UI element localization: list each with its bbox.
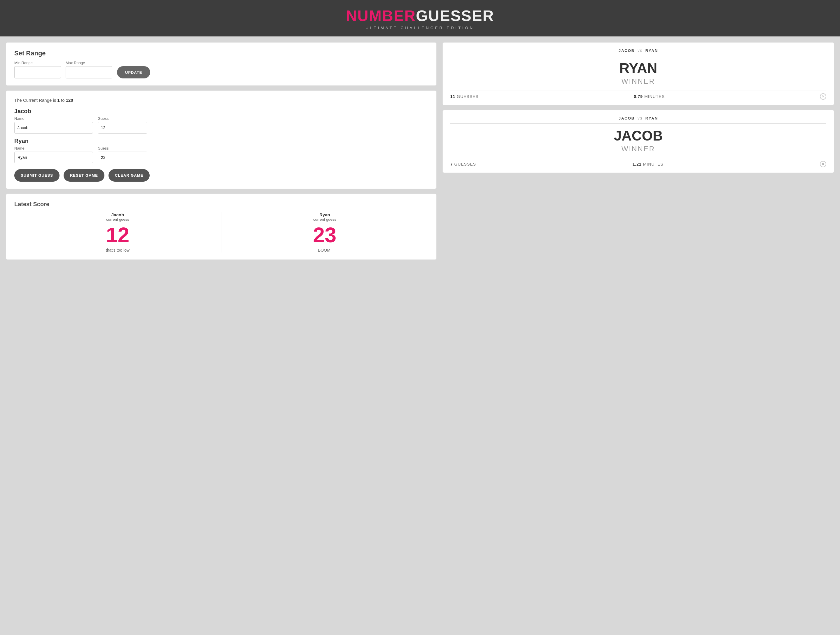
result-vs-line-1: JACOB VS RYAN xyxy=(450,116,826,120)
left-panel: Set Range Min Range Max Range UPDATE The… xyxy=(6,42,437,260)
player2-guess-group: Guess xyxy=(98,146,147,163)
min-range-group: Min Range xyxy=(14,61,61,79)
result-divider-top-1 xyxy=(450,123,826,124)
result-minutes-0: 0.79 MINUTES xyxy=(634,94,665,99)
reset-game-button[interactable]: RESET GAME xyxy=(63,169,104,182)
score-player2-label: current guess xyxy=(224,217,425,222)
player2-guess-label: Guess xyxy=(98,146,147,150)
current-range-text: The Current Range is 1 to 120 xyxy=(14,98,428,102)
player2-name-label: Name xyxy=(14,146,93,150)
score-player1-status: that's too low xyxy=(17,248,218,252)
submit-guess-button[interactable]: SUBMIT GUESS xyxy=(14,169,60,182)
min-range-label: Min Range xyxy=(14,61,61,65)
player1-name-group: Name xyxy=(14,116,93,134)
score-player2: Ryan current guess 23 BOOM! xyxy=(221,212,428,252)
max-range-label: Max Range xyxy=(66,61,112,65)
result-card-1: JACOB VS RYAN JACOB WINNER 7 GUESSES 1.2… xyxy=(442,110,834,173)
score-player2-number: 23 xyxy=(224,224,425,246)
result-winner-name-0: RYAN xyxy=(450,61,826,76)
title-number: NUMBER xyxy=(346,7,416,24)
player1-name-label: Name xyxy=(14,116,93,121)
result-winner-label-1: WINNER xyxy=(450,145,826,153)
player1-heading: Jacob xyxy=(14,108,428,115)
clear-game-button[interactable]: CLEAR GAME xyxy=(109,169,150,182)
result-player2-0: RYAN xyxy=(646,49,658,53)
player1-section: Jacob Name Guess xyxy=(14,108,428,134)
player1-guess-group: Guess xyxy=(98,116,147,134)
player1-guess-input[interactable] xyxy=(98,122,147,134)
score-player2-name: Ryan xyxy=(224,212,425,217)
min-range-input[interactable] xyxy=(14,66,61,79)
score-player1: Jacob current guess 12 that's too low xyxy=(14,212,221,252)
range-min: 1 xyxy=(57,98,60,102)
result-vs-line-0: JACOB VS RYAN xyxy=(450,49,826,53)
set-range-title: Set Range xyxy=(14,50,428,57)
score-player1-label: current guess xyxy=(17,217,218,222)
set-range-card: Set Range Min Range Max Range UPDATE xyxy=(6,42,437,86)
result-close-1[interactable]: ✕ xyxy=(820,161,826,167)
score-player2-status: BOOM! xyxy=(224,248,425,252)
right-panel: JACOB VS RYAN RYAN WINNER 11 GUESSES 0.7… xyxy=(442,42,834,173)
result-stats-0: 11 GUESSES 0.79 MINUTES ✕ xyxy=(450,93,826,100)
range-max: 120 xyxy=(66,98,73,102)
result-card-0: JACOB VS RYAN RYAN WINNER 11 GUESSES 0.7… xyxy=(442,42,834,105)
update-button[interactable]: UPDATE xyxy=(117,66,150,79)
result-close-0[interactable]: ✕ xyxy=(820,93,826,100)
buttons-row: SUBMIT GUESS RESET GAME CLEAR GAME xyxy=(14,169,428,182)
app-title: NUMBERGUESSER xyxy=(6,8,834,23)
player2-section: Ryan Name Guess xyxy=(14,138,428,163)
player2-name-group: Name xyxy=(14,146,93,163)
latest-score-title: Latest Score xyxy=(14,201,428,208)
player2-guess-input[interactable] xyxy=(98,151,147,163)
player2-name-input[interactable] xyxy=(14,151,93,163)
player2-fields: Name Guess xyxy=(14,146,428,163)
result-vs-0: VS xyxy=(638,49,643,52)
result-divider-bottom-0 xyxy=(450,90,826,90)
player1-name-input[interactable] xyxy=(14,122,93,134)
result-guesses-0: 11 GUESSES xyxy=(450,94,478,99)
player2-heading: Ryan xyxy=(14,138,428,144)
result-minutes-1: 1.21 MINUTES xyxy=(633,162,663,167)
player1-guess-label: Guess xyxy=(98,116,147,121)
result-player1-1: JACOB xyxy=(619,116,635,120)
score-row: Jacob current guess 12 that's too low Ry… xyxy=(14,212,428,252)
result-player1-0: JACOB xyxy=(619,49,635,53)
result-player2-1: RYAN xyxy=(646,116,658,120)
main-layout: Set Range Min Range Max Range UPDATE The… xyxy=(0,36,840,266)
score-player1-number: 12 xyxy=(17,224,218,246)
range-to: to xyxy=(60,98,66,102)
result-guesses-1: 7 GUESSES xyxy=(450,162,476,167)
max-range-group: Max Range xyxy=(66,61,112,79)
game-card: The Current Range is 1 to 120 Jacob Name… xyxy=(6,90,437,189)
result-vs-1: VS xyxy=(638,117,643,120)
header: NUMBERGUESSER ULTIMATE CHALLENGER EDITIO… xyxy=(0,0,840,36)
title-guesser: GUESSER xyxy=(416,7,494,24)
max-range-input[interactable] xyxy=(66,66,112,79)
result-winner-label-0: WINNER xyxy=(450,77,826,85)
latest-score-card: Latest Score Jacob current guess 12 that… xyxy=(6,194,437,260)
range-inputs: Min Range Max Range UPDATE xyxy=(14,61,428,79)
range-prefix: The Current Range is xyxy=(14,98,57,102)
app-subtitle: ULTIMATE CHALLENGER EDITION xyxy=(6,26,834,30)
score-player1-name: Jacob xyxy=(17,212,218,217)
result-winner-name-1: JACOB xyxy=(450,128,826,144)
player1-fields: Name Guess xyxy=(14,116,428,134)
result-stats-1: 7 GUESSES 1.21 MINUTES ✕ xyxy=(450,161,826,167)
